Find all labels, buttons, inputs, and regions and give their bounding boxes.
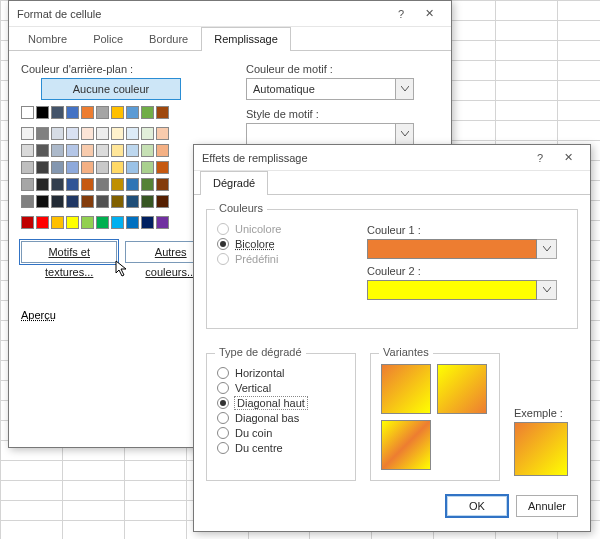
radio-vertical[interactable]: Vertical: [217, 382, 345, 394]
color-swatch[interactable]: [96, 161, 109, 174]
color-swatch[interactable]: [96, 216, 109, 229]
color-swatch[interactable]: [111, 195, 124, 208]
color-swatch[interactable]: [66, 144, 79, 157]
color-swatch[interactable]: [36, 161, 49, 174]
color-swatch[interactable]: [111, 144, 124, 157]
color-swatch[interactable]: [111, 216, 124, 229]
color-swatch[interactable]: [21, 195, 34, 208]
color-swatch[interactable]: [81, 127, 94, 140]
color-swatch[interactable]: [51, 178, 64, 191]
color-swatch[interactable]: [96, 106, 109, 119]
close-button[interactable]: ✕: [554, 151, 582, 164]
color-swatch[interactable]: [36, 127, 49, 140]
radio-diagonal-bas[interactable]: Diagonal bas: [217, 412, 345, 424]
radio-bicolore[interactable]: Bicolore: [217, 238, 337, 250]
color-swatch[interactable]: [51, 106, 64, 119]
color-swatch[interactable]: [51, 195, 64, 208]
color-swatch[interactable]: [141, 127, 154, 140]
cancel-button[interactable]: Annuler: [516, 495, 578, 517]
color-swatch[interactable]: [96, 178, 109, 191]
color-swatch[interactable]: [141, 144, 154, 157]
color-swatch[interactable]: [81, 161, 94, 174]
color-swatch[interactable]: [126, 106, 139, 119]
color-swatch[interactable]: [36, 216, 49, 229]
color-swatch[interactable]: [111, 178, 124, 191]
color-swatch[interactable]: [81, 144, 94, 157]
color-swatch[interactable]: [66, 106, 79, 119]
color-swatch[interactable]: [126, 178, 139, 191]
color-swatch[interactable]: [96, 127, 109, 140]
color-swatch[interactable]: [126, 161, 139, 174]
color-swatch[interactable]: [141, 161, 154, 174]
color-swatch[interactable]: [81, 106, 94, 119]
color-swatch[interactable]: [156, 106, 169, 119]
tab-remplissage[interactable]: Remplissage: [201, 27, 291, 51]
color-swatch[interactable]: [21, 178, 34, 191]
color-swatch[interactable]: [21, 106, 34, 119]
format-cells-title: Format de cellule: [17, 8, 387, 20]
radio-diagonal-haut[interactable]: Diagonal haut: [217, 397, 345, 409]
tab-degrade[interactable]: Dégradé: [200, 171, 268, 195]
color-swatch[interactable]: [36, 144, 49, 157]
color-swatch[interactable]: [66, 178, 79, 191]
color2-combo[interactable]: [367, 280, 557, 300]
color-swatch[interactable]: [111, 106, 124, 119]
tab-nombre[interactable]: Nombre: [15, 27, 80, 51]
radio-du-coin[interactable]: Du coin: [217, 427, 345, 439]
color-swatch[interactable]: [126, 195, 139, 208]
ok-button[interactable]: OK: [446, 495, 508, 517]
color-swatch[interactable]: [141, 216, 154, 229]
color-swatch[interactable]: [66, 161, 79, 174]
color-swatch[interactable]: [126, 216, 139, 229]
color-swatch[interactable]: [21, 127, 34, 140]
variant-3[interactable]: [381, 420, 431, 470]
fill-effects-button[interactable]: Motifs et textures...: [21, 241, 117, 263]
color-swatch[interactable]: [21, 144, 34, 157]
color-swatch[interactable]: [36, 195, 49, 208]
color-swatch[interactable]: [141, 178, 154, 191]
color-swatch[interactable]: [111, 161, 124, 174]
no-color-button[interactable]: Aucune couleur: [41, 78, 181, 100]
color-swatch[interactable]: [51, 216, 64, 229]
close-button[interactable]: ✕: [415, 7, 443, 20]
color-swatch[interactable]: [36, 178, 49, 191]
color-swatch[interactable]: [81, 216, 94, 229]
tab-bordure[interactable]: Bordure: [136, 27, 201, 51]
color-swatch[interactable]: [21, 216, 34, 229]
color-swatch[interactable]: [156, 178, 169, 191]
color-swatch[interactable]: [66, 127, 79, 140]
help-button[interactable]: ?: [526, 152, 554, 164]
color-swatch[interactable]: [141, 106, 154, 119]
help-button[interactable]: ?: [387, 8, 415, 20]
color-swatch[interactable]: [156, 216, 169, 229]
variant-1[interactable]: [381, 364, 431, 414]
color-swatch[interactable]: [36, 106, 49, 119]
color-swatch[interactable]: [96, 195, 109, 208]
example-label: Exemple :: [514, 407, 578, 419]
radio-du-centre[interactable]: Du centre: [217, 442, 345, 454]
color-swatch[interactable]: [66, 216, 79, 229]
variant-2[interactable]: [437, 364, 487, 414]
chevron-down-icon: [395, 124, 413, 144]
color-swatch[interactable]: [81, 195, 94, 208]
color-swatch[interactable]: [141, 195, 154, 208]
color-swatch[interactable]: [126, 127, 139, 140]
color-swatch[interactable]: [51, 127, 64, 140]
color-swatch[interactable]: [156, 144, 169, 157]
color1-combo[interactable]: [367, 239, 557, 259]
color-swatch[interactable]: [156, 161, 169, 174]
pattern-color-combo[interactable]: Automatique: [246, 78, 414, 100]
color-swatch[interactable]: [156, 127, 169, 140]
radio-horizontal[interactable]: Horizontal: [217, 367, 345, 379]
color-swatch[interactable]: [81, 178, 94, 191]
tab-police[interactable]: Police: [80, 27, 136, 51]
color-swatch[interactable]: [51, 161, 64, 174]
color-swatch[interactable]: [111, 127, 124, 140]
color-swatch[interactable]: [66, 195, 79, 208]
color-swatch[interactable]: [126, 144, 139, 157]
color-swatch[interactable]: [51, 144, 64, 157]
color-swatch[interactable]: [21, 161, 34, 174]
color-swatch[interactable]: [96, 144, 109, 157]
color-swatch[interactable]: [156, 195, 169, 208]
pattern-style-combo[interactable]: [246, 123, 414, 145]
